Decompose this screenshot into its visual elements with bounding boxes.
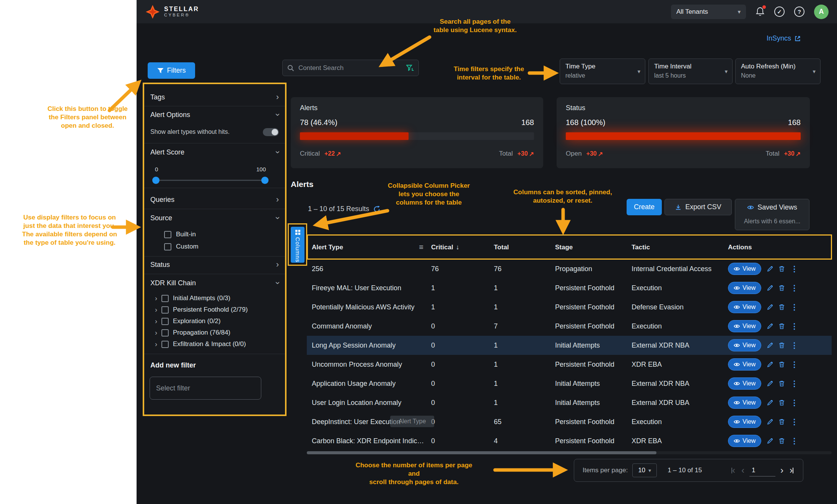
first-page-button[interactable]: ‹ [730, 466, 736, 475]
source-custom-option[interactable]: Custom [164, 241, 199, 252]
checkbox[interactable] [164, 231, 171, 238]
table-row[interactable]: Long App Session Anomaly 0 1 Initial Att… [307, 336, 832, 355]
view-button[interactable]: View [728, 263, 761, 275]
kill-chain-item[interactable]: › Exfiltration & Impact (0/0) [144, 338, 285, 350]
header-total[interactable]: Total [494, 244, 509, 251]
last-page-button[interactable]: › [788, 466, 795, 475]
table-row[interactable]: User Login Location Anomaly 0 1 Initial … [307, 393, 832, 412]
delete-icon[interactable] [779, 361, 785, 367]
view-button[interactable]: View [728, 339, 761, 351]
table-row[interactable]: Fireeye MAL: User Execution 1 1 Persiste… [307, 278, 832, 298]
view-button[interactable]: View [728, 416, 761, 428]
more-actions-icon[interactable]: ⋮ [790, 264, 798, 273]
show-alert-types-toggle[interactable] [263, 128, 279, 136]
table-row[interactable]: DeepInstinct: User Execution 0 65 Persis… [307, 412, 832, 431]
check-circle-icon[interactable]: ✓ [774, 7, 785, 17]
header-critical[interactable]: Critical [431, 244, 453, 251]
kill-chain-item[interactable]: › Propagation (76/84) [144, 327, 285, 338]
more-actions-icon[interactable]: ⋮ [790, 398, 798, 407]
column-menu-icon[interactable]: ≡ [419, 243, 423, 252]
chevron-right-icon[interactable]: › [155, 306, 157, 313]
edit-icon[interactable] [767, 285, 773, 291]
chevron-right-icon[interactable]: › [155, 318, 157, 325]
time-type-dropdown[interactable]: Time Type relative ▾ [560, 59, 645, 84]
delete-icon[interactable] [779, 304, 785, 310]
checkbox[interactable] [161, 318, 169, 325]
filter-section-alert-score[interactable]: Alert Score › [150, 145, 279, 160]
select-filter-input[interactable] [150, 377, 261, 400]
edit-icon[interactable] [767, 266, 773, 272]
checkbox[interactable] [161, 329, 169, 337]
filters-toggle-button[interactable]: Filters [148, 62, 195, 79]
filter-section-source[interactable]: Source › [150, 210, 279, 226]
tenant-selector[interactable]: All Tenants ▾ [671, 5, 746, 19]
search-input[interactable] [298, 64, 403, 72]
filter-section-queries[interactable]: Queries › [150, 192, 279, 207]
delete-icon[interactable] [779, 266, 785, 272]
help-icon[interactable]: ? [794, 7, 804, 17]
delete-icon[interactable] [779, 438, 785, 444]
edit-icon[interactable] [767, 323, 773, 329]
next-page-button[interactable]: › [779, 466, 785, 475]
table-row[interactable]: 256 76 76 Propagation Internal Credentia… [307, 259, 832, 278]
kill-chain-item[interactable]: › Initial Attempts (0/3) [144, 293, 285, 304]
auto-refresh-dropdown[interactable]: Auto Refresh (Min) None ▾ [735, 59, 821, 84]
filter-section-alert-options[interactable]: Alert Options › [150, 107, 279, 122]
filter-section-tags[interactable]: Tags › [150, 89, 279, 105]
column-picker-button[interactable]: Columns [291, 227, 305, 263]
chevron-right-icon[interactable]: › [155, 341, 157, 348]
table-row[interactable]: Uncommon Process Anomaly 0 1 Persistent … [307, 355, 832, 374]
filter-section-kill-chain[interactable]: XDR Kill Chain › [150, 275, 279, 291]
table-row[interactable]: Potentially Malicious AWS Activity 1 1 P… [307, 298, 832, 317]
table-row[interactable]: Carbon Black: XDR Endpoint Indicator 0 4… [307, 431, 832, 450]
chevron-right-icon[interactable]: › [155, 295, 157, 302]
edit-icon[interactable] [767, 361, 773, 367]
delete-icon[interactable] [779, 323, 785, 329]
checkbox[interactable] [161, 341, 169, 348]
sort-desc-icon[interactable]: ↓ [456, 243, 459, 251]
edit-icon[interactable] [767, 304, 773, 310]
edit-icon[interactable] [767, 438, 773, 444]
scrollbar-thumb[interactable] [307, 451, 656, 454]
lucene-syntax-icon[interactable] [406, 65, 414, 71]
slider-handle-min[interactable] [152, 177, 160, 184]
delete-icon[interactable] [779, 419, 785, 425]
filter-section-status[interactable]: Status › [150, 257, 279, 272]
view-button[interactable]: View [728, 377, 761, 390]
view-button[interactable]: View [728, 358, 761, 371]
delete-icon[interactable] [779, 285, 785, 291]
chevron-right-icon[interactable]: › [155, 329, 157, 336]
insyncs-link[interactable]: InSyncs [767, 34, 801, 42]
edit-icon[interactable] [767, 380, 773, 387]
delete-icon[interactable] [779, 342, 785, 348]
items-per-page-select[interactable]: 10 ▾ [632, 463, 657, 477]
checkbox[interactable] [161, 295, 169, 302]
checkbox[interactable] [161, 306, 169, 314]
more-actions-icon[interactable]: ⋮ [790, 436, 798, 445]
refresh-icon[interactable] [373, 205, 381, 213]
view-button[interactable]: View [728, 397, 761, 409]
create-button[interactable]: Create [627, 199, 662, 215]
kill-chain-item[interactable]: › Exploration (0/2) [144, 315, 285, 327]
delete-icon[interactable] [779, 380, 785, 387]
view-button[interactable]: View [728, 282, 761, 294]
avatar[interactable]: A [814, 5, 829, 19]
more-actions-icon[interactable]: ⋮ [790, 322, 798, 331]
edit-icon[interactable] [767, 419, 773, 425]
header-stage[interactable]: Stage [555, 244, 573, 251]
edit-icon[interactable] [767, 400, 773, 406]
saved-views-button[interactable]: Saved Views [735, 199, 809, 216]
checkbox[interactable] [164, 243, 171, 250]
source-builtin-option[interactable]: Built-in [164, 229, 196, 240]
header-alert-type[interactable]: Alert Type [312, 244, 343, 251]
more-actions-icon[interactable]: ⋮ [790, 417, 798, 426]
previous-page-button[interactable]: ‹ [740, 466, 746, 475]
view-button[interactable]: View [728, 320, 761, 332]
more-actions-icon[interactable]: ⋮ [790, 341, 798, 350]
export-csv-button[interactable]: Export CSV [664, 199, 732, 215]
kill-chain-item[interactable]: › Persistent Foothold (2/79) [144, 304, 285, 315]
table-row[interactable]: Command Anomaly 0 7 Persistent Foothold … [307, 317, 832, 336]
notifications-button[interactable] [756, 7, 765, 17]
delete-icon[interactable] [779, 400, 785, 406]
more-actions-icon[interactable]: ⋮ [790, 302, 798, 312]
